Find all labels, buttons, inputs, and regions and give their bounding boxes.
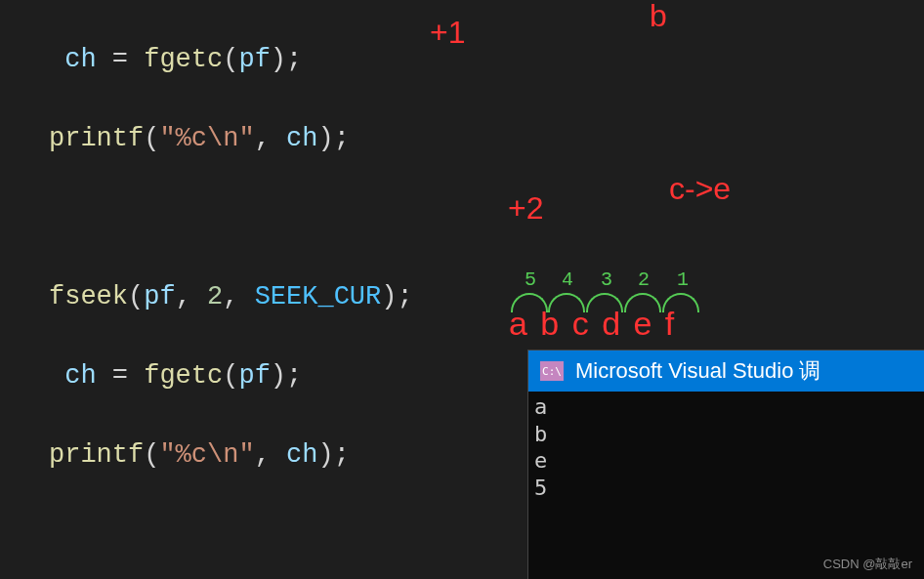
arc-number: 3 [601, 269, 612, 291]
code-line: fseek(pf, 2, SEEK_CUR); [49, 277, 924, 317]
console-title: Microsoft Visual Studio 调 [575, 356, 820, 386]
console-line: 5 [534, 475, 922, 502]
console-output[interactable]: a b e 5 [528, 392, 924, 503]
console-window[interactable]: C:\ Microsoft Visual Studio 调 a b e 5 [527, 350, 924, 579]
annotation-ce: c->e [669, 171, 731, 207]
code-line: ch = fgetc(pf); [49, 40, 924, 80]
console-titlebar[interactable]: C:\ Microsoft Visual Studio 调 [528, 351, 924, 392]
annotation-plus1: +1 [430, 15, 465, 51]
arc-number: 4 [562, 269, 573, 291]
arc-number: 2 [638, 269, 650, 291]
code-line: printf("%c\n", ch); [49, 119, 924, 159]
console-line: e [534, 447, 922, 475]
watermark: CSDN @敲敲er [823, 556, 912, 573]
console-line: a [534, 393, 922, 421]
console-icon: C:\ [540, 361, 564, 381]
arc-number: 5 [525, 269, 536, 291]
arc-number: 1 [677, 269, 689, 291]
annotation-b: b [650, 0, 667, 34]
annotation-plus2: +2 [508, 190, 543, 227]
console-line: b [534, 421, 922, 448]
annotation-letters: a b c d e f [509, 305, 676, 343]
